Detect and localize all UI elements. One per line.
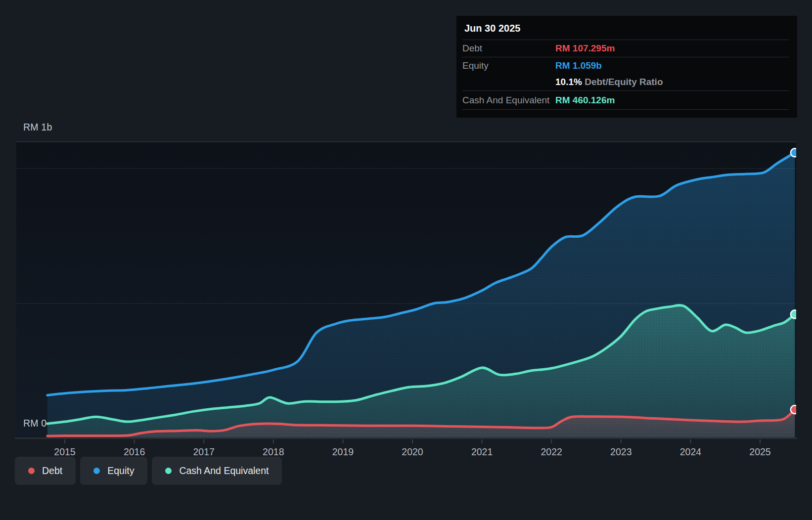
x-axis-label-2025: 2025 bbox=[749, 446, 771, 457]
tooltip-row-debt-equity-ratio: 10.1% Debt/Equity Ratio bbox=[462, 74, 789, 90]
legend-label: Debt bbox=[42, 465, 62, 477]
x-axis-label-2023: 2023 bbox=[610, 446, 632, 457]
tooltip-label: Equity bbox=[462, 60, 555, 71]
tooltip-label: Cash And Equivalent bbox=[462, 95, 555, 106]
x-axis-label-2016: 2016 bbox=[124, 446, 145, 457]
chart-tooltip: Jun 30 2025 DebtRM 107.295mEquityRM 1.05… bbox=[456, 16, 797, 118]
endpoint-marker-cash[interactable] bbox=[791, 310, 799, 318]
legend-item-equity[interactable]: Equity bbox=[80, 457, 147, 485]
equity-legend-dot bbox=[93, 468, 100, 474]
x-axis-label-2024: 2024 bbox=[680, 446, 702, 457]
x-axis-label-2020: 2020 bbox=[402, 446, 423, 457]
x-axis-line bbox=[15, 437, 797, 439]
legend-item-cash-and-equivalent[interactable]: Cash And Equivalent bbox=[152, 457, 282, 485]
balance-sheet-chart-page: 2015201620172018201920202021202220232024… bbox=[0, 0, 812, 520]
tooltip-value: 10.1% Debt/Equity Ratio bbox=[555, 77, 663, 87]
tooltip-value: RM 1.059b bbox=[555, 60, 602, 71]
x-axis-label-2022: 2022 bbox=[541, 446, 562, 457]
endpoint-marker-debt[interactable] bbox=[791, 405, 799, 414]
debt-legend-dot bbox=[28, 468, 35, 474]
chart-legend: DebtEquityCash And Equivalent bbox=[15, 457, 282, 485]
tooltip-value: RM 107.295m bbox=[555, 43, 615, 54]
x-axis-label-2021: 2021 bbox=[471, 446, 493, 457]
legend-label: Equity bbox=[107, 465, 134, 477]
legend-label: Cash And Equivalent bbox=[179, 465, 269, 477]
tooltip-value: RM 460.126m bbox=[555, 95, 615, 106]
tooltip-row-debt: DebtRM 107.295m bbox=[462, 40, 789, 57]
x-axis-label-2019: 2019 bbox=[332, 446, 354, 457]
cash-legend-dot bbox=[165, 468, 172, 474]
tooltip-row-equity: EquityRM 1.059b bbox=[462, 57, 789, 74]
x-axis-label-2017: 2017 bbox=[193, 446, 215, 457]
tooltip-row-cash-and-equivalent: Cash And EquivalentRM 460.126m bbox=[462, 90, 789, 110]
plot-texture bbox=[16, 142, 796, 438]
endpoint-marker-equity[interactable] bbox=[791, 148, 799, 157]
tooltip-date: Jun 30 2025 bbox=[456, 16, 797, 40]
tooltip-label: Debt bbox=[462, 43, 555, 54]
x-axis-label-2018: 2018 bbox=[263, 446, 284, 457]
tooltip-rows: DebtRM 107.295mEquityRM 1.059b10.1% Debt… bbox=[462, 40, 789, 110]
x-axis-label-2015: 2015 bbox=[54, 446, 76, 457]
y-axis-label-zero: RM 0 bbox=[23, 418, 46, 429]
y-axis-label-1b: RM 1b bbox=[23, 122, 52, 133]
legend-item-debt[interactable]: Debt bbox=[15, 457, 76, 485]
